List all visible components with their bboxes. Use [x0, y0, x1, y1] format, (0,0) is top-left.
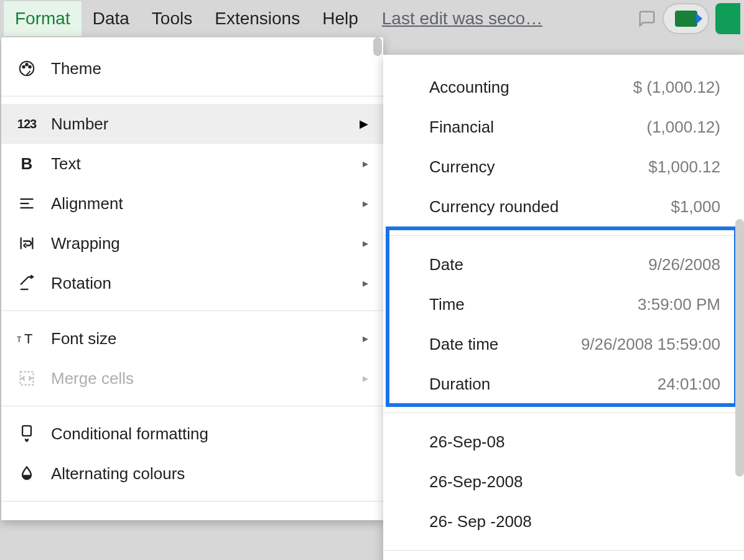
format-label: Date	[429, 255, 463, 274]
number-format-duration[interactable]: Duration 24:01:00	[383, 364, 744, 404]
svg-point-2	[26, 63, 28, 66]
menu-item-label: Text	[51, 154, 349, 174]
submenu-separator	[383, 550, 744, 551]
scrollbar-thumb[interactable]	[735, 219, 744, 477]
svg-text:T: T	[17, 335, 22, 344]
menu-item-alternating-colours[interactable]: Alternating colours	[1, 454, 383, 493]
format-example: 9/26/2008	[648, 255, 720, 274]
menu-item-merge-cells: Merge cells ▸	[1, 358, 383, 398]
number-format-time[interactable]: Time 3:59:00 PM	[383, 284, 744, 324]
menubar: Format Data Tools Extensions Help Last e…	[0, 0, 744, 37]
svg-point-3	[29, 66, 31, 68]
menu-separator	[1, 406, 383, 406]
format-label: Currency	[429, 157, 495, 177]
alternating-colours-icon	[16, 465, 37, 482]
menu-item-conditional-formatting[interactable]: Conditional formatting	[1, 414, 383, 454]
merge-cells-icon	[16, 370, 37, 387]
toolbar-right	[638, 0, 744, 37]
menu-item-text[interactable]: B Text ▸	[1, 144, 383, 184]
format-label: 26-Sep-08	[429, 432, 505, 452]
number-format-date[interactable]: Date 9/26/2008	[383, 245, 744, 284]
theme-icon	[16, 59, 37, 78]
format-example: 9/26/2008 15:59:00	[581, 335, 720, 354]
menu-item-theme[interactable]: Theme	[1, 49, 383, 88]
format-example: (1,000.12)	[646, 118, 720, 137]
menu-item-label: Conditional formatting	[51, 424, 368, 444]
menu-extensions[interactable]: Extensions	[203, 1, 311, 36]
format-example: $1,000	[671, 197, 720, 217]
number-format-financial[interactable]: Financial (1,000.12)	[383, 107, 744, 147]
chevron-right-icon: ▸	[363, 197, 368, 210]
format-example: 24:01:00	[658, 375, 720, 394]
format-label: Duration	[429, 375, 490, 394]
menu-item-label: Number	[51, 114, 346, 134]
svg-text:T: T	[24, 331, 32, 347]
meet-button[interactable]	[663, 3, 709, 34]
menu-separator	[1, 96, 383, 96]
number-format-custom-date-1[interactable]: 26-Sep-08	[383, 422, 744, 462]
number-format-custom-date-3[interactable]: 26- Sep -2008	[383, 502, 744, 541]
wrapping-icon	[16, 235, 37, 252]
menu-item-alignment[interactable]: Alignment ▸	[1, 184, 383, 223]
format-label: Date time	[429, 335, 498, 354]
menu-item-label: Alternating colours	[51, 464, 368, 483]
number-format-currency-rounded[interactable]: Currency rounded $1,000	[383, 187, 744, 226]
rotation-icon	[16, 274, 37, 292]
format-example: $1,000.12	[648, 157, 720, 177]
menu-item-label: Rotation	[51, 274, 349, 293]
last-edit-link[interactable]: Last edit was seco…	[382, 9, 542, 29]
font-size-icon: TT	[16, 330, 37, 347]
share-button[interactable]	[715, 3, 740, 34]
number-format-custom-date-2[interactable]: 26-Sep-2008	[383, 462, 744, 502]
meet-icon	[675, 11, 697, 27]
format-label: Time	[429, 295, 465, 314]
chevron-right-icon: ▶	[360, 117, 368, 131]
format-label: Currency rounded	[429, 197, 559, 217]
format-example: $ (1,000.12)	[633, 78, 720, 97]
number-format-date-time[interactable]: Date time 9/26/2008 15:59:00	[383, 324, 744, 364]
comment-icon[interactable]	[638, 9, 656, 28]
svg-point-1	[22, 66, 25, 68]
format-label: Accounting	[429, 78, 509, 97]
menu-tools[interactable]: Tools	[141, 1, 203, 36]
number-format-accounting[interactable]: Accounting $ (1,000.12)	[383, 67, 744, 107]
menu-item-number[interactable]: 123 Number ▶	[1, 104, 383, 144]
submenu-separator	[383, 235, 744, 236]
chevron-right-icon: ▸	[363, 236, 368, 250]
format-menu: Theme 123 Number ▶ B Text ▸ Alignment ▸ …	[1, 37, 383, 520]
format-label: 26-Sep-2008	[429, 472, 523, 492]
menu-item-rotation[interactable]: Rotation ▸	[1, 263, 383, 303]
format-label: 26- Sep -2008	[429, 512, 532, 531]
bold-icon: B	[16, 154, 37, 174]
menu-data[interactable]: Data	[81, 1, 141, 36]
number-format-currency[interactable]: Currency $1,000.12	[383, 147, 744, 187]
alignment-icon	[16, 195, 37, 212]
svg-rect-13	[22, 426, 31, 436]
menu-item-label: Alignment	[51, 194, 349, 213]
conditional-formatting-icon	[16, 424, 37, 443]
menu-item-label: Font size	[51, 329, 349, 348]
menu-item-font-size[interactable]: TT Font size ▸	[1, 319, 383, 358]
format-label: Financial	[429, 118, 494, 137]
scrollbar-thumb[interactable]	[373, 37, 382, 56]
chevron-right-icon: ▸	[363, 276, 368, 290]
chevron-right-icon: ▸	[363, 157, 368, 170]
menu-item-label: Merge cells	[51, 369, 349, 388]
format-example: 3:59:00 PM	[638, 295, 720, 314]
chevron-right-icon: ▸	[363, 371, 368, 385]
menu-help[interactable]: Help	[311, 1, 370, 36]
menu-separator	[1, 501, 383, 502]
menu-item-label: Wrapping	[51, 234, 349, 253]
chevron-right-icon: ▸	[363, 332, 368, 345]
number-submenu: Accounting $ (1,000.12) Financial (1,000…	[383, 55, 744, 560]
number-icon: 123	[16, 117, 37, 131]
menu-item-label: Theme	[51, 59, 368, 78]
submenu-separator	[383, 413, 744, 413]
menu-separator	[1, 310, 383, 311]
menu-item-wrapping[interactable]: Wrapping ▸	[1, 223, 383, 263]
menu-format[interactable]: Format	[4, 1, 81, 36]
